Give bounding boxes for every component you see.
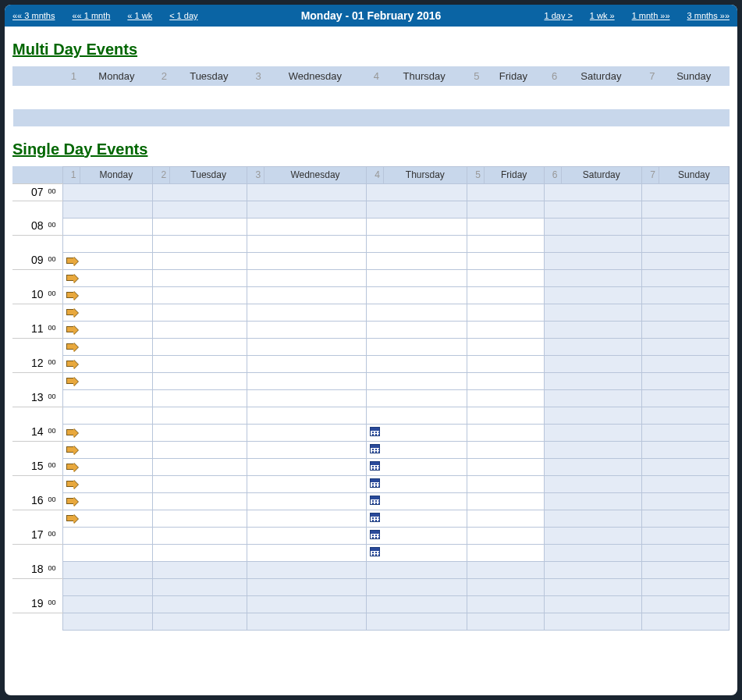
time-slot[interactable] bbox=[153, 269, 247, 286]
time-slot[interactable] bbox=[247, 595, 367, 613]
time-slot[interactable] bbox=[641, 458, 729, 475]
time-slot[interactable] bbox=[153, 183, 247, 201]
time-slot[interactable] bbox=[641, 355, 729, 372]
time-slot[interactable] bbox=[366, 510, 467, 527]
time-slot[interactable] bbox=[247, 424, 367, 441]
time-slot[interactable] bbox=[153, 338, 247, 355]
time-slot[interactable] bbox=[467, 286, 544, 304]
time-slot[interactable] bbox=[247, 561, 367, 578]
time-slot[interactable] bbox=[153, 441, 247, 458]
time-slot[interactable] bbox=[544, 201, 641, 218]
time-slot[interactable] bbox=[467, 183, 544, 201]
time-slot[interactable] bbox=[62, 475, 153, 492]
time-slot[interactable] bbox=[544, 321, 641, 338]
time-slot[interactable] bbox=[544, 578, 641, 595]
event-arrow-icon[interactable] bbox=[66, 464, 74, 470]
event-arrow-icon[interactable] bbox=[66, 275, 74, 281]
time-slot[interactable] bbox=[467, 201, 544, 218]
time-slot[interactable] bbox=[62, 492, 153, 510]
event-arrow-icon[interactable] bbox=[66, 292, 74, 298]
time-slot[interactable] bbox=[153, 475, 247, 492]
time-slot[interactable] bbox=[467, 527, 544, 544]
time-slot[interactable] bbox=[153, 613, 247, 630]
time-slot[interactable] bbox=[467, 338, 544, 355]
time-slot[interactable] bbox=[62, 441, 153, 458]
time-slot[interactable] bbox=[544, 252, 641, 269]
time-slot[interactable] bbox=[641, 613, 729, 630]
time-slot[interactable] bbox=[641, 183, 729, 201]
time-slot[interactable] bbox=[62, 252, 153, 269]
time-slot[interactable] bbox=[467, 372, 544, 389]
time-slot[interactable] bbox=[366, 355, 467, 372]
time-slot[interactable] bbox=[544, 286, 641, 304]
time-slot[interactable] bbox=[153, 372, 247, 389]
time-slot[interactable] bbox=[62, 424, 153, 441]
time-slot[interactable] bbox=[544, 389, 641, 407]
time-slot[interactable] bbox=[153, 510, 247, 527]
time-slot[interactable] bbox=[62, 269, 153, 286]
time-slot[interactable] bbox=[467, 407, 544, 424]
time-slot[interactable] bbox=[153, 201, 247, 218]
time-slot[interactable] bbox=[467, 561, 544, 578]
time-slot[interactable] bbox=[62, 527, 153, 544]
time-slot[interactable] bbox=[544, 407, 641, 424]
nav-back-3months[interactable]: «« 3 mnths bbox=[12, 11, 55, 20]
time-slot[interactable] bbox=[467, 252, 544, 269]
time-slot[interactable] bbox=[62, 389, 153, 407]
time-slot[interactable] bbox=[366, 492, 467, 510]
time-slot[interactable] bbox=[641, 338, 729, 355]
time-slot[interactable] bbox=[62, 355, 153, 372]
time-slot[interactable] bbox=[467, 544, 544, 561]
time-slot[interactable] bbox=[153, 389, 247, 407]
time-slot[interactable] bbox=[247, 252, 367, 269]
time-slot[interactable] bbox=[544, 338, 641, 355]
event-arrow-icon[interactable] bbox=[66, 446, 74, 453]
time-slot[interactable] bbox=[544, 372, 641, 389]
time-slot[interactable] bbox=[366, 252, 467, 269]
time-slot[interactable] bbox=[247, 578, 367, 595]
time-slot[interactable] bbox=[366, 201, 467, 218]
time-slot[interactable] bbox=[62, 235, 153, 252]
time-slot[interactable] bbox=[247, 441, 367, 458]
time-slot[interactable] bbox=[544, 561, 641, 578]
time-slot[interactable] bbox=[641, 201, 729, 218]
time-slot[interactable] bbox=[153, 407, 247, 424]
time-slot[interactable] bbox=[366, 544, 467, 561]
event-arrow-icon[interactable] bbox=[66, 361, 74, 367]
event-arrow-icon[interactable] bbox=[66, 498, 74, 504]
time-slot[interactable] bbox=[366, 458, 467, 475]
time-slot[interactable] bbox=[62, 458, 153, 475]
time-slot[interactable] bbox=[544, 183, 641, 201]
time-slot[interactable] bbox=[467, 389, 544, 407]
time-slot[interactable] bbox=[62, 338, 153, 355]
time-slot[interactable] bbox=[366, 235, 467, 252]
time-slot[interactable] bbox=[247, 183, 367, 201]
time-slot[interactable] bbox=[641, 544, 729, 561]
time-slot[interactable] bbox=[62, 201, 153, 218]
time-slot[interactable] bbox=[544, 492, 641, 510]
time-slot[interactable] bbox=[247, 201, 367, 218]
time-slot[interactable] bbox=[62, 286, 153, 304]
time-slot[interactable] bbox=[641, 269, 729, 286]
time-slot[interactable] bbox=[62, 510, 153, 527]
time-slot[interactable] bbox=[153, 527, 247, 544]
time-slot[interactable] bbox=[62, 595, 153, 613]
time-slot[interactable] bbox=[153, 252, 247, 269]
time-slot[interactable] bbox=[467, 269, 544, 286]
event-calendar-icon[interactable] bbox=[370, 513, 380, 522]
time-slot[interactable] bbox=[366, 595, 467, 613]
time-slot[interactable] bbox=[153, 218, 247, 235]
time-slot[interactable] bbox=[366, 183, 467, 201]
time-slot[interactable] bbox=[366, 269, 467, 286]
time-slot[interactable] bbox=[544, 475, 641, 492]
time-slot[interactable] bbox=[366, 218, 467, 235]
time-slot[interactable] bbox=[153, 321, 247, 338]
time-slot[interactable] bbox=[467, 595, 544, 613]
time-slot[interactable] bbox=[366, 389, 467, 407]
time-slot[interactable] bbox=[366, 304, 467, 321]
time-slot[interactable] bbox=[641, 595, 729, 613]
time-slot[interactable] bbox=[247, 510, 367, 527]
event-calendar-icon[interactable] bbox=[370, 547, 380, 556]
time-slot[interactable] bbox=[467, 492, 544, 510]
time-slot[interactable] bbox=[544, 355, 641, 372]
